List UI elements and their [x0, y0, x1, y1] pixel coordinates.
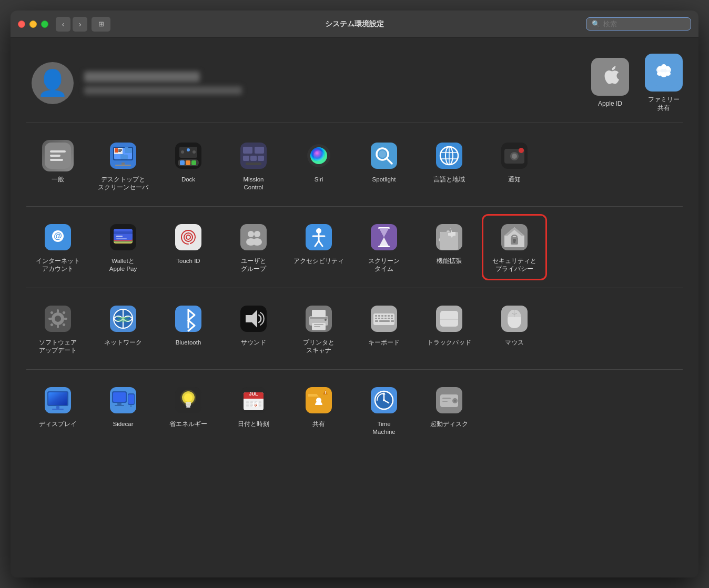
internet-label: インターネットアカウント: [36, 257, 80, 273]
svg-rect-37: [255, 147, 264, 154]
pref-touchid[interactable]: Touch ID: [157, 215, 220, 279]
svg-rect-140: [440, 311, 458, 327]
pref-printers[interactable]: プリンタとスキャナ: [287, 297, 350, 361]
timemachine-svg: [371, 387, 397, 413]
mission-icon: [238, 140, 269, 171]
svg-rect-41: [246, 163, 261, 165]
svg-point-75: [254, 231, 260, 237]
pref-sidecar[interactable]: Sidecar: [92, 378, 155, 442]
pref-bluetooth[interactable]: Bluetooth: [157, 297, 220, 361]
desktop-svg: [110, 143, 136, 169]
svg-rect-156: [128, 394, 134, 404]
svg-rect-68: [114, 231, 133, 234]
sidecar-label: Sidecar: [113, 420, 134, 428]
security-svg: [501, 224, 528, 250]
pref-mission[interactable]: MissionControl: [222, 134, 285, 198]
svg-rect-147: [48, 392, 67, 405]
forward-button[interactable]: ›: [73, 17, 87, 32]
pref-ext[interactable]: 機能拡張: [418, 215, 481, 279]
pref-internet[interactable]: @ インターネットアカウント: [26, 215, 89, 279]
pref-timemachine[interactable]: TimeMachine: [352, 378, 416, 442]
svg-rect-40: [258, 156, 264, 161]
pref-security[interactable]: セキュリティとプライバシー: [483, 215, 546, 279]
pref-sound[interactable]: サウンド: [222, 297, 285, 361]
pref-energy[interactable]: 省エネルギー: [157, 378, 220, 442]
access-icon: [303, 221, 335, 253]
sidecar-icon: [107, 384, 139, 416]
search-box[interactable]: 🔍: [586, 17, 691, 31]
svg-rect-25: [115, 165, 131, 166]
personal-section: 一般: [26, 134, 683, 207]
pref-trackpad[interactable]: トラックパッド: [418, 297, 481, 361]
pref-wallet[interactable]: WalletとApple Pay: [92, 215, 155, 279]
general-icon: [42, 140, 74, 171]
pref-notif[interactable]: 通知: [483, 134, 546, 198]
general-svg: [45, 143, 71, 169]
pref-mouse[interactable]: マウス: [483, 297, 546, 361]
pref-general[interactable]: 一般: [26, 134, 89, 198]
pref-keyboard[interactable]: キーボード: [352, 297, 416, 361]
software-svg: [45, 306, 71, 332]
touchid-svg: [175, 224, 201, 250]
pref-access[interactable]: アクセシビリティ: [287, 215, 350, 279]
svg-point-74: [248, 231, 254, 237]
users-icon: [238, 221, 269, 253]
network-svg: [110, 306, 136, 332]
search-input[interactable]: [603, 20, 685, 28]
svg-point-120: [325, 319, 327, 321]
datetime-label: 日付と時刻: [238, 420, 269, 428]
svg-rect-19: [118, 151, 121, 152]
svg-rect-137: [379, 320, 390, 322]
pref-siri[interactable]: Siri: [287, 134, 350, 198]
pref-startup[interactable]: 起動ディスク: [418, 378, 481, 442]
pref-screen[interactable]: スクリーンタイム: [352, 215, 416, 279]
pref-network[interactable]: ネットワーク: [92, 297, 155, 361]
family-sharing-item[interactable]: ファミリー共有: [645, 54, 683, 112]
touchid-icon: [173, 221, 204, 253]
svg-rect-133: [384, 318, 387, 319]
display-icon: [42, 384, 74, 416]
trackpad-icon: [433, 303, 465, 334]
sidecar-svg: [110, 387, 136, 413]
screen-label: スクリーンタイム: [368, 257, 400, 273]
svg-text:JUL: JUL: [249, 391, 258, 397]
user-info: [84, 72, 591, 95]
grid-view-button[interactable]: ⊞: [92, 17, 110, 32]
maximize-button[interactable]: [41, 21, 48, 28]
pref-language[interactable]: 言語と地域: [418, 134, 481, 198]
pref-software[interactable]: ソフトウェアアップデート: [26, 297, 89, 361]
main-content: 👤 Apple ID: [11, 38, 698, 577]
pref-display[interactable]: ディスプレイ: [26, 378, 89, 442]
spotlight-svg: [371, 143, 397, 169]
titlebar: ‹ › ⊞ システム環境設定 🔍: [11, 11, 698, 38]
account-section: Apple ID: [591, 54, 683, 112]
keyboard-icon: [368, 303, 400, 334]
window-title: システム環境設定: [325, 19, 384, 29]
traffic-lights: [18, 21, 48, 28]
svg-rect-135: [391, 318, 393, 319]
pref-datetime[interactable]: JUL 18 日付と時刻: [222, 378, 285, 442]
avatar[interactable]: 👤: [32, 62, 74, 104]
svg-rect-24: [121, 163, 125, 165]
svg-rect-36: [243, 147, 252, 154]
apple-id-item[interactable]: Apple ID: [591, 58, 629, 108]
svg-point-32: [181, 150, 184, 154]
printers-svg: [306, 306, 332, 332]
svg-rect-101: [64, 318, 67, 320]
pref-dock[interactable]: Dock: [157, 134, 220, 198]
pref-spotlight[interactable]: Spotlight: [352, 134, 416, 198]
pref-users[interactable]: ユーザとグループ: [222, 215, 285, 279]
display-label: ディスプレイ: [39, 420, 77, 428]
svg-point-59: [519, 148, 524, 153]
back-button[interactable]: ‹: [56, 17, 70, 32]
svg-rect-169: [246, 401, 249, 403]
svg-rect-153: [117, 403, 121, 405]
datetime-svg: JUL 18: [240, 387, 267, 413]
pref-sharing[interactable]: ! 共有: [287, 378, 350, 442]
close-button[interactable]: [18, 21, 25, 28]
mouse-label: マウス: [505, 339, 524, 347]
minimize-button[interactable]: [29, 21, 37, 28]
security-label: セキュリティとプライバシー: [492, 257, 536, 273]
pref-desktop[interactable]: デスクトップとスクリーンセーバ: [92, 134, 155, 198]
network-label: ネットワーク: [104, 339, 142, 347]
